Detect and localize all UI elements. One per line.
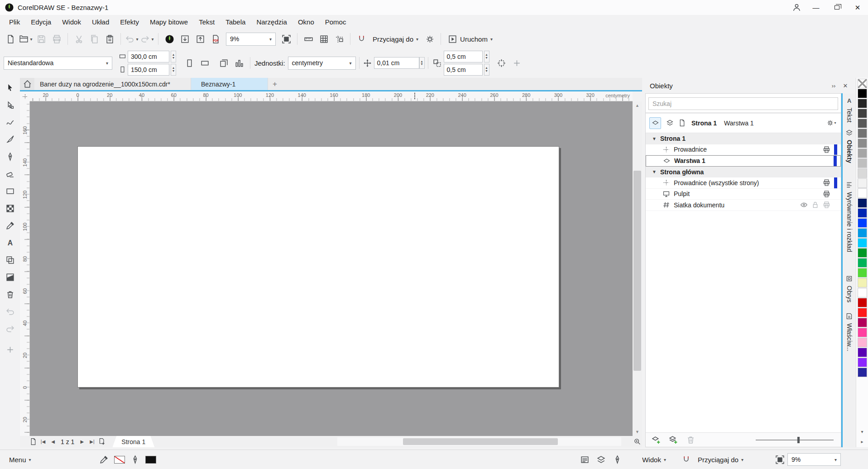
previous-page-button[interactable]: ◀	[48, 437, 58, 447]
minimize-button[interactable]: —	[806, 0, 826, 15]
status-bar-options-icon[interactable]	[577, 452, 592, 467]
redo-button[interactable]: ▾	[139, 31, 155, 47]
color-swatch[interactable]	[858, 368, 867, 377]
color-swatch[interactable]	[858, 158, 867, 168]
snap-dropdown-icon[interactable]: ▾	[416, 37, 418, 42]
slider-track[interactable]	[756, 440, 834, 440]
collapse-arrow-icon[interactable]: ▼	[652, 169, 657, 174]
eraser-tool[interactable]	[3, 167, 17, 181]
restore-button[interactable]	[826, 0, 847, 15]
status-menu-dropdown[interactable]: Menu ▾	[9, 456, 31, 464]
menu-item-3[interactable]: Układ	[86, 16, 115, 28]
tree-row-master-page[interactable]: ▼ Strona główna	[646, 167, 841, 178]
menu-item-10[interactable]: Pomoc	[320, 16, 352, 28]
menu-item-1[interactable]: Edycja	[25, 16, 57, 28]
zoom-corner-button[interactable]	[632, 437, 642, 447]
printer-icon[interactable]	[823, 146, 830, 153]
status-zoom-combo[interactable]: 9% ▾	[787, 453, 841, 466]
customize-toolbox-button[interactable]	[3, 342, 17, 357]
color-swatch[interactable]	[858, 328, 867, 337]
duplicate-y-input[interactable]: 0,5 cm	[444, 64, 483, 76]
color-swatch[interactable]	[858, 109, 867, 118]
new-layer-button[interactable]	[650, 434, 662, 446]
preset-dropdown-icon[interactable]: ▾	[101, 61, 108, 66]
curve-tool[interactable]	[3, 115, 17, 129]
collapse-arrow-icon[interactable]: ▼	[652, 136, 657, 141]
printer-icon[interactable]	[823, 190, 830, 198]
outline-pen-icon[interactable]	[130, 455, 140, 464]
options-gear-button[interactable]	[422, 31, 437, 47]
zoom-to-page-icon[interactable]	[772, 452, 787, 467]
docker-tab-outline[interactable]: Obrys	[845, 275, 853, 302]
layer-color-bar[interactable]	[834, 156, 837, 166]
snap-toggle-icon[interactable]	[354, 31, 369, 47]
tree-row-layer-1-active[interactable]: Warstwa 1	[646, 155, 841, 167]
page-size-preset-combo[interactable]: Niestandardowa ▾	[4, 57, 112, 70]
snap-to-dropdown[interactable]: Przyciągaj do ▾	[369, 31, 422, 47]
duplicate-y-spinner[interactable]: ▴▾	[484, 64, 489, 76]
fill-none-swatch[interactable]	[114, 456, 125, 464]
show-guidelines-button[interactable]	[331, 31, 347, 47]
open-document-button[interactable]: ▾	[18, 31, 34, 47]
delete-tool[interactable]	[3, 287, 17, 302]
save-button[interactable]	[34, 31, 49, 47]
nudge-spinner[interactable]: ▴▾	[419, 57, 425, 69]
color-swatch[interactable]	[858, 258, 867, 268]
status-snap-icon[interactable]	[679, 452, 694, 467]
export-button[interactable]	[192, 31, 208, 47]
color-swatch[interactable]	[858, 318, 867, 327]
page-border-button[interactable]	[494, 55, 509, 71]
status-snap-caret-icon[interactable]: ▾	[741, 457, 743, 462]
color-swatch[interactable]	[858, 168, 867, 178]
menu-item-7[interactable]: Tabela	[220, 16, 251, 28]
rectangle-tool[interactable]	[3, 184, 17, 198]
view-mode-dropdown[interactable]: Widok ▾	[638, 452, 670, 467]
layer-manager-button[interactable]	[664, 117, 676, 129]
pen-tool[interactable]	[3, 149, 17, 164]
menu-item-6[interactable]: Tekst	[193, 16, 220, 28]
menu-item-9[interactable]: Okno	[293, 16, 320, 28]
document-tab-1[interactable]: Baner duzy na ogrodzenie__1000x150cm.cdr…	[34, 78, 191, 90]
eyedropper-tool[interactable]	[3, 218, 17, 233]
drawing-canvas[interactable]	[30, 101, 633, 436]
undo-dropdown-icon[interactable]: ▾	[136, 37, 138, 42]
new-document-button[interactable]	[3, 31, 18, 47]
color-swatch[interactable]	[858, 298, 867, 307]
new-document-tab-button[interactable]: +	[268, 78, 282, 90]
show-rulers-button[interactable]	[301, 31, 316, 47]
color-swatch[interactable]	[858, 198, 867, 208]
new-master-layer-button[interactable]	[667, 434, 679, 446]
menu-item-8[interactable]: Narzędzia	[251, 16, 293, 28]
scroll-left-icon[interactable]	[326, 437, 336, 447]
color-swatch[interactable]	[858, 99, 867, 108]
tree-row-guides[interactable]: Prowadnice	[646, 144, 841, 156]
object-manager-shortcut-icon[interactable]	[593, 452, 609, 467]
document-tab-2-active[interactable]: Beznazwy-1	[191, 78, 268, 90]
color-swatch[interactable]	[858, 208, 867, 218]
artistic-media-tool[interactable]	[3, 132, 17, 147]
scroll-right-icon[interactable]	[622, 437, 632, 447]
launch-dropdown-icon[interactable]: ▾	[490, 37, 493, 42]
color-swatch[interactable]	[858, 338, 867, 347]
page-width-input[interactable]: 300,0 cm	[128, 51, 169, 62]
page-tab[interactable]: Strona 1	[112, 436, 154, 447]
docker-tab-objects[interactable]: Obiekty	[845, 129, 853, 163]
printer-icon[interactable]	[823, 179, 830, 187]
color-swatch[interactable]	[858, 178, 867, 188]
docker-close-icon[interactable]: ✕	[839, 80, 851, 91]
close-button[interactable]: ✕	[847, 0, 868, 15]
redo-dropdown-icon[interactable]: ▾	[151, 37, 153, 42]
tree-row-desktop[interactable]: Pulpit	[646, 189, 841, 200]
import-button[interactable]	[177, 31, 192, 47]
interactive-fill-tool[interactable]	[3, 270, 17, 284]
layer-color-bar[interactable]	[834, 144, 837, 155]
horizontal-scrollbar[interactable]	[337, 437, 621, 446]
undo-button[interactable]: ▾	[124, 31, 139, 47]
next-page-button[interactable]: ▶	[77, 437, 87, 447]
units-combo[interactable]: centymetry ▾	[288, 57, 356, 70]
duplicate-tool[interactable]	[3, 253, 17, 267]
first-page-button[interactable]: |◀	[38, 437, 48, 447]
pick-tool[interactable]	[3, 81, 17, 95]
duplicate-x-spinner[interactable]: ▴▾	[484, 51, 489, 62]
copy-button[interactable]	[86, 31, 102, 47]
